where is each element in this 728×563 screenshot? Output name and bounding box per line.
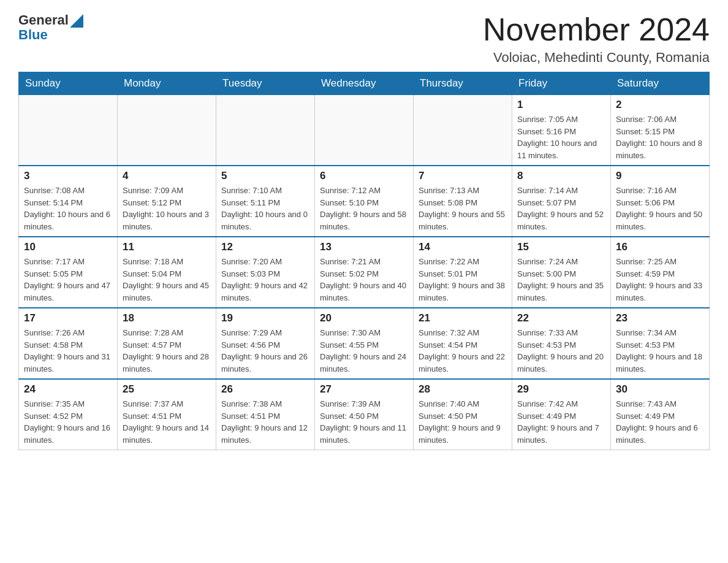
calendar-day-cell	[118, 95, 216, 166]
day-number: 6	[320, 170, 408, 182]
day-number: 25	[123, 383, 211, 396]
calendar-day-cell: 8Sunrise: 7:14 AMSunset: 5:07 PMDaylight…	[512, 166, 611, 237]
day-number: 24	[24, 383, 112, 396]
day-sun-info: Sunrise: 7:25 AMSunset: 4:59 PMDaylight:…	[616, 256, 704, 304]
calendar-week-row: 10Sunrise: 7:17 AMSunset: 5:05 PMDayligh…	[19, 237, 710, 308]
day-number: 28	[419, 383, 507, 396]
day-sun-info: Sunrise: 7:17 AMSunset: 5:05 PMDaylight:…	[24, 256, 112, 304]
day-number: 27	[320, 383, 408, 396]
calendar-day-cell: 25Sunrise: 7:37 AMSunset: 4:51 PMDayligh…	[118, 379, 216, 450]
day-number: 22	[517, 312, 605, 324]
calendar-day-cell: 7Sunrise: 7:13 AMSunset: 5:08 PMDaylight…	[414, 166, 512, 237]
header-thursday: Thursday	[414, 72, 512, 95]
calendar-day-cell: 17Sunrise: 7:26 AMSunset: 4:58 PMDayligh…	[19, 308, 118, 379]
header-saturday: Saturday	[611, 72, 710, 95]
day-sun-info: Sunrise: 7:28 AMSunset: 4:57 PMDaylight:…	[123, 327, 211, 375]
day-number: 26	[221, 383, 309, 396]
title-section: November 2024 Voloiac, Mehedinti County,…	[483, 12, 710, 66]
day-sun-info: Sunrise: 7:32 AMSunset: 4:54 PMDaylight:…	[419, 327, 507, 375]
calendar-day-cell: 11Sunrise: 7:18 AMSunset: 5:04 PMDayligh…	[118, 237, 216, 308]
calendar-day-cell: 2Sunrise: 7:06 AMSunset: 5:15 PMDaylight…	[611, 95, 710, 166]
calendar-day-cell: 15Sunrise: 7:24 AMSunset: 5:00 PMDayligh…	[512, 237, 611, 308]
header-friday: Friday	[512, 72, 611, 95]
day-sun-info: Sunrise: 7:18 AMSunset: 5:04 PMDaylight:…	[123, 256, 211, 304]
day-sun-info: Sunrise: 7:14 AMSunset: 5:07 PMDaylight:…	[517, 185, 605, 232]
calendar-header-row: Sunday Monday Tuesday Wednesday Thursday…	[19, 72, 710, 95]
day-sun-info: Sunrise: 7:06 AMSunset: 5:15 PMDaylight:…	[616, 113, 704, 161]
day-sun-info: Sunrise: 7:22 AMSunset: 5:01 PMDaylight:…	[419, 256, 507, 304]
calendar-day-cell: 30Sunrise: 7:43 AMSunset: 4:49 PMDayligh…	[611, 379, 710, 450]
calendar-day-cell: 29Sunrise: 7:42 AMSunset: 4:49 PMDayligh…	[512, 379, 611, 450]
day-sun-info: Sunrise: 7:10 AMSunset: 5:11 PMDaylight:…	[221, 185, 309, 232]
logo-triangle-icon	[70, 14, 83, 28]
day-number: 23	[616, 312, 704, 324]
logo-general-text: General	[18, 12, 69, 28]
day-sun-info: Sunrise: 7:39 AMSunset: 4:50 PMDaylight:…	[320, 398, 408, 446]
day-sun-info: Sunrise: 7:26 AMSunset: 4:58 PMDaylight:…	[24, 327, 112, 375]
header-monday: Monday	[118, 72, 216, 95]
header-sunday: Sunday	[19, 72, 118, 95]
calendar-day-cell: 6Sunrise: 7:12 AMSunset: 5:10 PMDaylight…	[315, 166, 414, 237]
day-number: 5	[221, 170, 309, 182]
calendar-day-cell: 9Sunrise: 7:16 AMSunset: 5:06 PMDaylight…	[611, 166, 710, 237]
day-number: 9	[616, 170, 704, 182]
day-sun-info: Sunrise: 7:13 AMSunset: 5:08 PMDaylight:…	[419, 185, 507, 232]
calendar-day-cell: 18Sunrise: 7:28 AMSunset: 4:57 PMDayligh…	[118, 308, 216, 379]
day-number: 3	[24, 170, 112, 182]
day-sun-info: Sunrise: 7:05 AMSunset: 5:16 PMDaylight:…	[517, 113, 605, 161]
day-sun-info: Sunrise: 7:30 AMSunset: 4:55 PMDaylight:…	[320, 327, 408, 375]
day-number: 8	[517, 170, 605, 182]
day-sun-info: Sunrise: 7:34 AMSunset: 4:53 PMDaylight:…	[616, 327, 704, 375]
day-sun-info: Sunrise: 7:20 AMSunset: 5:03 PMDaylight:…	[221, 256, 309, 304]
calendar-day-cell: 1Sunrise: 7:05 AMSunset: 5:16 PMDaylight…	[512, 95, 611, 166]
day-number: 30	[616, 383, 704, 396]
calendar-day-cell: 26Sunrise: 7:38 AMSunset: 4:51 PMDayligh…	[216, 379, 315, 450]
day-sun-info: Sunrise: 7:12 AMSunset: 5:10 PMDaylight:…	[320, 185, 408, 232]
calendar-day-cell: 28Sunrise: 7:40 AMSunset: 4:50 PMDayligh…	[414, 379, 512, 450]
calendar-day-cell: 4Sunrise: 7:09 AMSunset: 5:12 PMDaylight…	[118, 166, 216, 237]
calendar-day-cell: 16Sunrise: 7:25 AMSunset: 4:59 PMDayligh…	[611, 237, 710, 308]
day-number: 11	[123, 241, 211, 253]
calendar-day-cell: 20Sunrise: 7:30 AMSunset: 4:55 PMDayligh…	[315, 308, 414, 379]
day-number: 14	[419, 241, 507, 253]
calendar-day-cell: 22Sunrise: 7:33 AMSunset: 4:53 PMDayligh…	[512, 308, 611, 379]
day-number: 2	[616, 99, 704, 111]
calendar-day-cell	[315, 95, 414, 166]
header-tuesday: Tuesday	[216, 72, 315, 95]
day-sun-info: Sunrise: 7:38 AMSunset: 4:51 PMDaylight:…	[221, 398, 309, 446]
calendar-day-cell: 19Sunrise: 7:29 AMSunset: 4:56 PMDayligh…	[216, 308, 315, 379]
calendar-week-row: 24Sunrise: 7:35 AMSunset: 4:52 PMDayligh…	[19, 379, 710, 450]
day-number: 7	[419, 170, 507, 182]
day-number: 18	[123, 312, 211, 324]
calendar-day-cell: 14Sunrise: 7:22 AMSunset: 5:01 PMDayligh…	[414, 237, 512, 308]
calendar-day-cell: 12Sunrise: 7:20 AMSunset: 5:03 PMDayligh…	[216, 237, 315, 308]
day-number: 12	[221, 241, 309, 253]
month-title: November 2024	[483, 12, 710, 47]
day-sun-info: Sunrise: 7:43 AMSunset: 4:49 PMDaylight:…	[616, 398, 704, 446]
calendar-day-cell: 27Sunrise: 7:39 AMSunset: 4:50 PMDayligh…	[315, 379, 414, 450]
day-number: 16	[616, 241, 704, 253]
day-number: 21	[419, 312, 507, 324]
day-sun-info: Sunrise: 7:08 AMSunset: 5:14 PMDaylight:…	[24, 185, 112, 232]
calendar-day-cell	[19, 95, 118, 166]
day-sun-info: Sunrise: 7:35 AMSunset: 4:52 PMDaylight:…	[24, 398, 112, 446]
calendar-day-cell: 13Sunrise: 7:21 AMSunset: 5:02 PMDayligh…	[315, 237, 414, 308]
calendar-day-cell	[414, 95, 512, 166]
logo: General Blue	[18, 12, 83, 43]
day-number: 29	[517, 383, 605, 396]
day-number: 20	[320, 312, 408, 324]
location-subtitle: Voloiac, Mehedinti County, Romania	[483, 50, 710, 66]
day-sun-info: Sunrise: 7:40 AMSunset: 4:50 PMDaylight:…	[419, 398, 507, 446]
calendar-week-row: 17Sunrise: 7:26 AMSunset: 4:58 PMDayligh…	[19, 308, 710, 379]
day-sun-info: Sunrise: 7:33 AMSunset: 4:53 PMDaylight:…	[517, 327, 605, 375]
day-sun-info: Sunrise: 7:29 AMSunset: 4:56 PMDaylight:…	[221, 327, 309, 375]
calendar-week-row: 1Sunrise: 7:05 AMSunset: 5:16 PMDaylight…	[19, 95, 710, 166]
day-sun-info: Sunrise: 7:21 AMSunset: 5:02 PMDaylight:…	[320, 256, 408, 304]
day-sun-info: Sunrise: 7:24 AMSunset: 5:00 PMDaylight:…	[517, 256, 605, 304]
day-number: 15	[517, 241, 605, 253]
day-number: 1	[517, 99, 605, 111]
day-sun-info: Sunrise: 7:16 AMSunset: 5:06 PMDaylight:…	[616, 185, 704, 232]
calendar-week-row: 3Sunrise: 7:08 AMSunset: 5:14 PMDaylight…	[19, 166, 710, 237]
day-number: 19	[221, 312, 309, 324]
calendar-day-cell: 10Sunrise: 7:17 AMSunset: 5:05 PMDayligh…	[19, 237, 118, 308]
